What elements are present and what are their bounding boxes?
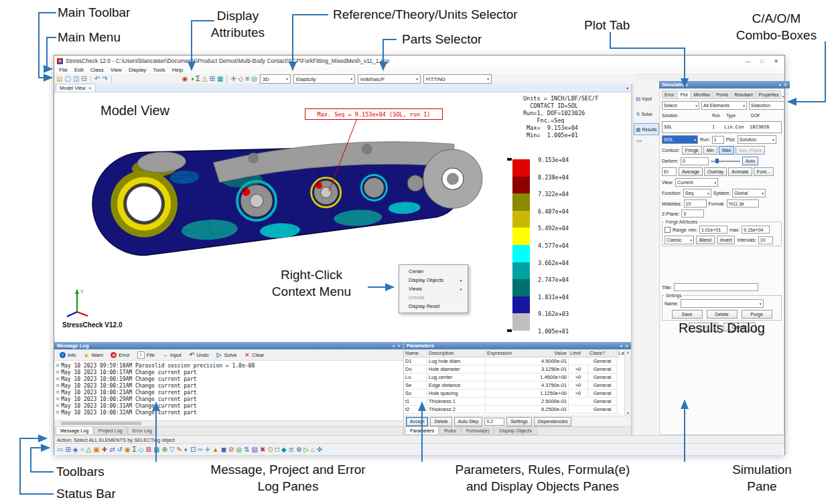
column-limit[interactable]: Limit: [569, 350, 588, 356]
sim-tab-min-max[interactable]: Min/Max: [691, 90, 713, 98]
column-value[interactable]: Value: [527, 350, 569, 356]
context-menu-item-center[interactable]: Center: [399, 267, 468, 276]
tab-display-objects[interactable]: Display Objects: [494, 427, 537, 435]
tab-scroll-icons[interactable]: ◂▸: [782, 94, 784, 98]
delete-button[interactable]: Delete: [430, 417, 451, 426]
shading-icon[interactable]: ◑: [190, 76, 194, 82]
menu-class[interactable]: Class: [87, 67, 107, 73]
column-description[interactable]: Description: [427, 350, 486, 356]
bottom-tool-icon[interactable]: ✎: [176, 446, 182, 453]
input-button[interactable]: →Input: [162, 352, 182, 358]
menu-file[interactable]: File: [56, 67, 71, 73]
sum-icon[interactable]: Σ: [196, 76, 200, 82]
bottom-tool-icon[interactable]: △: [86, 446, 92, 453]
parts-combo[interactable]: FITTING▾: [423, 74, 492, 84]
new-icon[interactable]: ▢: [64, 76, 70, 82]
overlay-button[interactable]: Overlay: [704, 167, 727, 176]
log-entry[interactable]: ⊡May 10 2023 10:00:19AM Change current p…: [56, 375, 403, 382]
bottom-tool-icon[interactable]: ✜: [317, 446, 322, 453]
column-class[interactable]: Class?: [588, 350, 617, 356]
crosshair-icon[interactable]: ✛: [230, 76, 236, 82]
min-input[interactable]: 1.01e+01: [699, 226, 727, 234]
bottom-tool-icon[interactable]: ▭: [57, 446, 63, 453]
pane-close-icon[interactable]: ✕: [397, 343, 401, 348]
file-button[interactable]: ≡File: [137, 351, 155, 359]
run-input[interactable]: 1: [712, 136, 724, 144]
parameter-row[interactable]: SoHole spacing1.1250e+00>0General05: [404, 390, 620, 398]
menu-help[interactable]: Help: [169, 67, 186, 73]
bottom-tool-icon[interactable]: ⊡: [190, 446, 196, 453]
view-combo[interactable]: Current ▾: [675, 178, 718, 187]
undo-icon[interactable]: ↶: [94, 76, 100, 82]
range-checkbox[interactable]: [665, 227, 671, 233]
sim-tab-error[interactable]: Error: [662, 90, 677, 98]
tab-formula-e[interactable]: Formula(e): [462, 427, 494, 435]
font-button[interactable]: Font...: [754, 167, 774, 176]
title-input[interactable]: [674, 283, 758, 291]
rail-input[interactable]: ▤Input: [634, 92, 659, 104]
column-name[interactable]: Name: [404, 350, 427, 356]
bottom-tool-icon[interactable]: ▧: [252, 446, 258, 453]
log-entry[interactable]: ⊡May 10 2023 10:00:23AM Change current p…: [56, 389, 403, 396]
rail-solve[interactable]: ↯Solve: [634, 108, 659, 120]
name-combo[interactable]: ▾: [681, 299, 764, 308]
theory-combo[interactable]: Elasticity▾: [293, 74, 355, 84]
bottom-tool-icon[interactable]: □: [275, 446, 279, 453]
bottom-tool-icon[interactable]: ⇅: [244, 446, 249, 453]
context-menu-item-display-objects[interactable]: Display Objects▸: [399, 276, 468, 284]
pane-menu-icon[interactable]: ▾: [393, 343, 395, 348]
info-button[interactable]: iInfo: [60, 352, 76, 358]
error-button[interactable]: ✕Error: [111, 352, 130, 358]
parameter-row[interactable]: LoLug center1.4500e+00>0General03: [404, 373, 620, 382]
menu-tools[interactable]: Tools: [149, 67, 169, 73]
log-entry[interactable]: ⊡May 10 2023 10:00:21AM Change current p…: [56, 382, 403, 389]
pane-menu-icon[interactable]: ▾: [779, 82, 781, 87]
contour-max-button[interactable]: Max: [719, 146, 734, 155]
bottom-tool-icon[interactable]: ◉: [125, 446, 131, 453]
tab-parameters[interactable]: Parameters: [405, 427, 439, 435]
sim-tab-plot[interactable]: Plot: [677, 90, 690, 98]
scroll-up-icon[interactable]: ▲: [626, 350, 630, 354]
log-entry[interactable]: ⊡May 10 2023 10:00:32AM Change current p…: [56, 409, 403, 416]
settings-button[interactable]: Settings: [506, 417, 531, 426]
plot-combo[interactable]: Solution ▾: [738, 135, 776, 144]
tab-rules[interactable]: Rules: [439, 427, 461, 435]
invert-button[interactable]: Invert: [717, 236, 736, 244]
deform-slider[interactable]: [711, 158, 740, 164]
context-menu-item-display-reset[interactable]: Display Reset: [399, 302, 468, 311]
solution-combo[interactable]: SOL ▾: [662, 135, 698, 144]
system-combo[interactable]: Global ▾: [732, 189, 766, 197]
bottom-tool-icon[interactable]: ✚: [102, 446, 107, 453]
log-entry[interactable]: ⊡May 10 2023 10:00:29AM Change current p…: [56, 396, 403, 402]
bottom-tool-icon[interactable]: ◐: [184, 446, 188, 453]
bottom-tool-icon[interactable]: ↺: [117, 446, 123, 453]
close-button[interactable]: ✕: [770, 58, 782, 64]
dependencies-button[interactable]: Dependencies: [534, 417, 572, 426]
tab-project-log[interactable]: Project Log: [94, 427, 127, 435]
bottom-tool-icon[interactable]: ◼: [221, 446, 226, 453]
bottom-tool-icon[interactable]: ═: [198, 446, 202, 453]
bottom-tool-icon[interactable]: ▦: [153, 446, 159, 453]
target-icon[interactable]: ◎: [251, 76, 257, 82]
bottom-tool-icon[interactable]: ⊙: [267, 446, 273, 453]
parameter-row[interactable]: DoHole diameter3.1250e-01>0General02: [404, 365, 620, 373]
et-combo[interactable]: Et: [662, 167, 677, 176]
bottom-tool-icon[interactable]: ⊗: [296, 446, 301, 453]
bottom-tool-icon[interactable]: ⊞: [65, 446, 70, 453]
bottom-tool-icon[interactable]: ◇: [139, 446, 144, 453]
undo-button[interactable]: ↶Undo: [189, 352, 209, 358]
bottom-tool-icon[interactable]: ✛: [204, 446, 210, 453]
tab-error-log[interactable]: Error Log: [127, 427, 156, 435]
vertical-scrollbar[interactable]: ▲ ▼: [624, 349, 631, 416]
menu-edit[interactable]: Edit: [71, 67, 87, 73]
intervals-input[interactable]: 10: [758, 236, 773, 244]
units-combo[interactable]: in/lbf/sec/F▾: [358, 74, 421, 84]
bottom-tool-icon[interactable]: ◆: [281, 446, 287, 453]
average-button[interactable]: Average: [679, 167, 703, 176]
tab-close-icon[interactable]: ✕: [88, 86, 92, 90]
zplane-input[interactable]: 0: [681, 209, 704, 218]
horizontal-scrollbar[interactable]: [54, 420, 403, 426]
blend-button[interactable]: Blend: [696, 236, 715, 244]
parameter-row[interactable]: SeEdge distance4.3750e-01>0General04: [404, 382, 620, 390]
maximize-button[interactable]: □: [756, 58, 768, 64]
